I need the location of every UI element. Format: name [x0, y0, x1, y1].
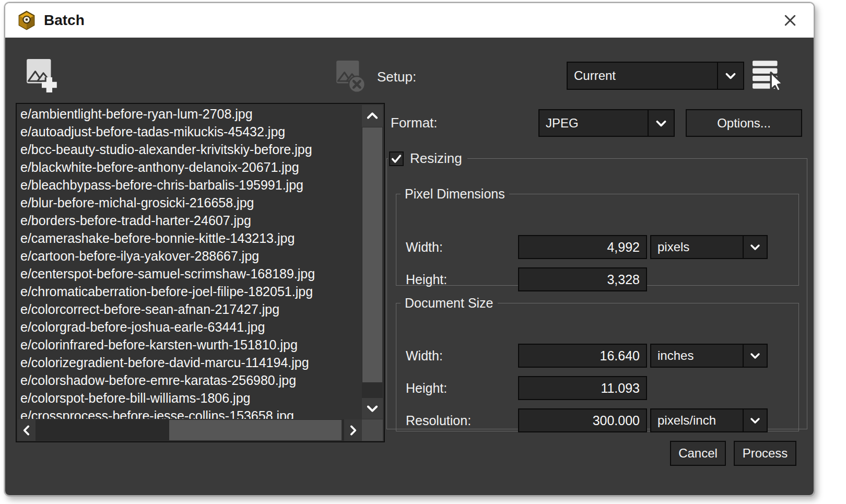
manage-presets-button[interactable] — [751, 58, 785, 95]
list-item[interactable]: e/borders-before-tradd-harter-24607.jpg — [18, 212, 361, 229]
doc-width-unit-arrow[interactable] — [743, 345, 767, 367]
screenshot-stage: Batch — [0, 0, 846, 504]
scrollbar-corner — [362, 419, 383, 441]
batch-dialog-window: Batch — [4, 2, 815, 496]
add-photos-icon — [25, 57, 60, 94]
doc-height-input[interactable] — [518, 376, 647, 400]
doc-width-unit-value: inches — [651, 348, 743, 363]
pixel-width-label: Width: — [406, 235, 515, 259]
doc-resolution-unit-dropdown[interactable]: pixels/inch — [650, 408, 768, 432]
format-dropdown-arrow[interactable] — [648, 110, 674, 136]
scroll-right-button[interactable] — [344, 419, 362, 441]
remove-photos-button[interactable] — [335, 60, 368, 96]
list-item[interactable]: e/autoadjust-before-tadas-mikuckis-45432… — [18, 123, 361, 140]
chevron-down-icon — [724, 69, 737, 83]
pixel-width-unit-dropdown[interactable]: pixels — [650, 235, 768, 259]
resizing-label[interactable]: Resizing — [410, 150, 462, 167]
list-item[interactable]: e/chromaticaberration-before-joel-filipe… — [18, 283, 361, 300]
remove-photos-icon — [335, 60, 368, 94]
setup-dropdown[interactable]: Current — [567, 62, 744, 90]
titlebar: Batch — [5, 3, 814, 38]
chevron-down-icon — [654, 116, 668, 130]
chevron-up-icon — [365, 109, 380, 123]
cancel-button[interactable]: Cancel — [670, 441, 726, 466]
chevron-down-icon — [365, 401, 380, 416]
setup-label: Setup: — [377, 64, 416, 90]
pixel-dimensions-legend: Pixel Dimensions — [401, 186, 509, 202]
chevron-right-icon — [346, 424, 360, 437]
add-photos-button[interactable] — [25, 57, 60, 96]
list-item[interactable]: e/colorshadow-before-emre-karatas-256980… — [18, 371, 361, 389]
doc-resolution-unit-value: pixels/inch — [651, 413, 743, 428]
document-size-legend: Document Size — [401, 296, 498, 311]
doc-width-unit-dropdown[interactable]: inches — [650, 344, 768, 368]
pixel-width-input[interactable] — [518, 235, 647, 259]
list-item[interactable]: e/colorgrad-before-joshua-earle-63441.jp… — [18, 318, 361, 336]
list-item[interactable]: e/blackwhite-before-anthony-delanoix-206… — [18, 158, 361, 176]
document-size-group: Document Size Width: inches Height: Re — [396, 296, 799, 431]
pixel-height-input[interactable] — [518, 267, 647, 291]
format-options-button[interactable]: Options... — [686, 109, 802, 137]
list-item[interactable]: e/colorcorrect-before-sean-afnan-217427.… — [18, 300, 361, 318]
horizontal-scroll-thumb[interactable] — [169, 420, 342, 440]
list-item[interactable]: e/bcc-beauty-studio-alexander-krivitskiy… — [18, 140, 361, 158]
doc-resolution-label: Resolution: — [406, 408, 515, 432]
chevron-down-icon — [749, 349, 761, 362]
window-title: Batch — [44, 12, 85, 29]
setup-dropdown-arrow[interactable] — [717, 63, 743, 89]
file-listbox[interactable]: e/ambientlight-before-ryan-lum-2708.jpge… — [16, 103, 385, 442]
list-item[interactable]: e/bleachbypass-before-chris-barbalis-195… — [18, 176, 361, 194]
list-item[interactable]: e/crossprocess-before-jesse-collins-1536… — [18, 407, 361, 419]
dialog-body: Setup: Current — [5, 38, 814, 495]
scroll-up-button[interactable] — [362, 105, 383, 127]
chevron-down-icon — [749, 414, 761, 427]
pixel-dimensions-group: Pixel Dimensions Width: pixels Height: — [396, 186, 799, 286]
format-dropdown-value: JPEG — [539, 116, 648, 131]
setup-dropdown-value: Current — [568, 68, 717, 83]
list-item[interactable]: e/colorspot-before-bill-williams-1806.jp… — [18, 389, 361, 407]
list-item[interactable]: e/camerashake-before-bonnie-kittle-14321… — [18, 229, 361, 247]
preset-list-cursor-icon — [751, 58, 785, 93]
format-dropdown[interactable]: JPEG — [538, 109, 675, 137]
checkmark-icon — [391, 153, 402, 165]
resizing-group: Resizing Pixel Dimensions Width: pixels — [386, 150, 807, 429]
scroll-left-button[interactable] — [18, 419, 36, 441]
list-item[interactable]: e/cartoon-before-ilya-yakover-288667.jpg — [18, 247, 361, 265]
horizontal-scrollbar[interactable] — [18, 419, 362, 441]
vertical-scrollbar[interactable] — [362, 105, 383, 419]
doc-height-label: Height: — [406, 376, 515, 400]
vertical-scroll-thumb[interactable] — [362, 127, 382, 382]
doc-resolution-input[interactable] — [518, 408, 647, 432]
close-button[interactable] — [780, 10, 800, 30]
list-item[interactable]: e/blur-before-michal-grosicki-216658.jpg — [18, 194, 361, 212]
doc-width-label: Width: — [406, 344, 515, 368]
list-item[interactable]: e/colorizegradient-before-david-marcu-11… — [18, 354, 361, 371]
resizing-legend: Resizing — [388, 150, 467, 167]
pixel-height-label: Height: — [406, 267, 515, 291]
chevron-left-icon — [20, 424, 33, 437]
list-item[interactable]: e/ambientlight-before-ryan-lum-2708.jpg — [18, 105, 361, 123]
batch-app-icon — [17, 10, 37, 30]
pixel-width-unit-arrow[interactable] — [743, 236, 767, 258]
format-label: Format: — [391, 109, 438, 137]
file-list-items: e/ambientlight-before-ryan-lum-2708.jpge… — [18, 105, 361, 419]
chevron-down-icon — [749, 241, 761, 253]
scroll-down-button[interactable] — [362, 398, 383, 419]
doc-resolution-unit-arrow[interactable] — [743, 409, 767, 431]
resizing-checkbox[interactable] — [389, 151, 404, 166]
process-button[interactable]: Process — [734, 441, 796, 466]
doc-width-input[interactable] — [518, 344, 647, 368]
list-item[interactable]: e/colorinfrared-before-karsten-wurth-151… — [18, 336, 361, 354]
pixel-width-unit-value: pixels — [651, 240, 743, 254]
list-item[interactable]: e/centerspot-before-samuel-scrimshaw-168… — [18, 265, 361, 283]
close-icon — [782, 13, 798, 28]
